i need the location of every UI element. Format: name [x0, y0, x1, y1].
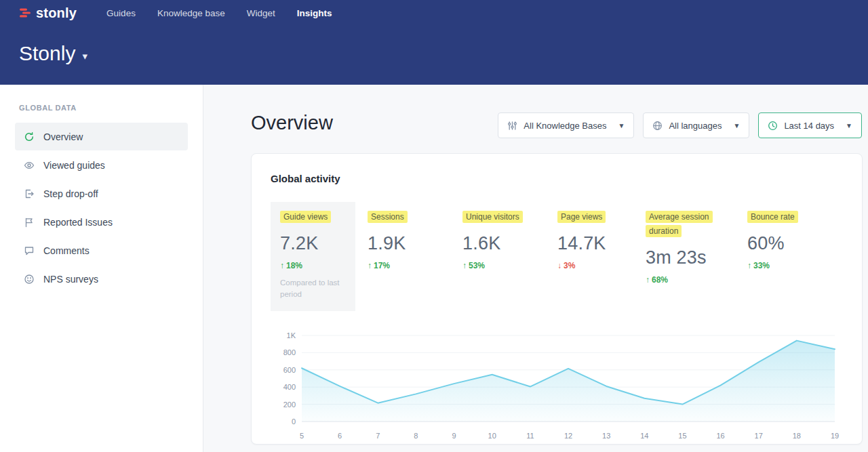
metric-bounce-rate[interactable]: Bounce rate 60% ↑33%: [747, 202, 829, 270]
sidebar-item-label: Reported Issues: [43, 217, 113, 228]
card-title: Global activity: [271, 173, 842, 184]
sidebar-section-label: GLOBAL DATA: [19, 104, 188, 112]
metric-value: 3m 23s: [646, 247, 747, 268]
svg-text:600: 600: [283, 366, 296, 374]
sidebar-item-overview[interactable]: Overview: [15, 123, 188, 150]
chevron-down-icon: ▾: [82, 50, 87, 62]
arrow-up-icon: ↑: [747, 261, 751, 270]
arrow-up-icon: ↑: [280, 261, 284, 270]
svg-text:14: 14: [640, 432, 648, 440]
metric-value: 1.9K: [368, 233, 462, 254]
metric-page-views[interactable]: Page views 14.7K ↓3%: [557, 202, 646, 270]
language-filter[interactable]: All languages ▼: [643, 112, 749, 138]
svg-text:17: 17: [755, 432, 763, 440]
sidebar-item-reported-issues[interactable]: Reported Issues: [15, 208, 188, 236]
date-range-filter-value: Last 14 days: [784, 121, 834, 131]
arrow-up-icon: ↑: [368, 261, 372, 270]
activity-chart: 02004006008001K5678910111213141516171819: [271, 327, 842, 444]
metric-label: Bounce rate: [747, 211, 798, 223]
svg-text:12: 12: [564, 432, 572, 440]
metric-label: Sessions: [368, 211, 408, 223]
metric-label: Guide views: [280, 211, 331, 223]
sidebar-item-label: Comments: [43, 245, 90, 256]
smiley-icon: [23, 273, 35, 285]
sidebar-item-viewed-guides[interactable]: Viewed guides: [15, 151, 188, 179]
top-nav: stonly Guides Knowledge base Widget Insi…: [0, 0, 868, 26]
metric-change: ↑33%: [747, 261, 829, 270]
overview-refresh-icon: [23, 131, 35, 142]
metric-value: 14.7K: [557, 233, 646, 254]
sliders-icon: [507, 121, 517, 131]
metric-note: Compared to last period: [280, 277, 346, 301]
knowledge-base-filter[interactable]: All Knowledge Bases ▼: [498, 112, 634, 138]
svg-text:13: 13: [602, 432, 610, 440]
global-activity-card: Global activity Guide views 7.2K ↑18% Co…: [251, 153, 863, 445]
svg-text:6: 6: [338, 432, 342, 440]
metric-value: 60%: [747, 233, 829, 254]
arrow-down-icon: ↓: [557, 261, 561, 270]
metric-guide-views[interactable]: Guide views 7.2K ↑18% Compared to last p…: [271, 202, 355, 311]
filter-bar: All Knowledge Bases ▼ All languages ▼ La…: [498, 112, 862, 138]
metric-change: ↑17%: [368, 261, 462, 270]
page-title: Overview: [251, 112, 333, 134]
sidebar-item-label: Viewed guides: [43, 160, 105, 171]
nav-knowledge-base[interactable]: Knowledge base: [157, 8, 225, 18]
sidebar-item-label: Step drop-off: [43, 188, 98, 199]
sidebar-item-label: NPS surveys: [43, 274, 98, 285]
metric-change: ↓3%: [557, 261, 646, 270]
svg-text:200: 200: [283, 400, 296, 409]
chevron-down-icon: ▼: [846, 122, 852, 129]
top-header: stonly Guides Knowledge base Widget Insi…: [0, 0, 868, 85]
svg-text:18: 18: [793, 432, 801, 440]
svg-text:5: 5: [300, 432, 304, 440]
date-range-filter[interactable]: Last 14 days ▼: [758, 112, 862, 138]
svg-text:15: 15: [678, 432, 686, 440]
nav-widget[interactable]: Widget: [247, 8, 275, 18]
metric-value: 7.2K: [280, 233, 346, 254]
main-content: Overview All Knowledge Bases ▼ All langu…: [204, 85, 868, 452]
sidebar-item-nps-surveys[interactable]: NPS surveys: [15, 265, 188, 293]
svg-text:7: 7: [376, 432, 380, 440]
flag-icon: [23, 216, 35, 228]
metric-unique-visitors[interactable]: Unique visitors 1.6K ↑53%: [462, 202, 557, 270]
chevron-down-icon: ▼: [733, 122, 740, 129]
metric-avg-session-duration[interactable]: Average session duration 3m 23s ↑68%: [646, 202, 747, 285]
sidebar-item-step-drop-off[interactable]: Step drop-off: [15, 180, 188, 207]
globe-icon: [652, 121, 663, 131]
svg-text:1K: 1K: [287, 331, 296, 340]
metric-sessions[interactable]: Sessions 1.9K ↑17%: [368, 202, 462, 270]
workspace-selector[interactable]: Stonly ▾: [19, 42, 87, 65]
nav-guides[interactable]: Guides: [106, 8, 136, 18]
chevron-down-icon: ▼: [618, 122, 625, 129]
svg-text:10: 10: [488, 432, 496, 440]
metric-change: ↑18%: [280, 261, 346, 270]
svg-text:400: 400: [283, 383, 296, 391]
svg-text:8: 8: [414, 432, 418, 440]
svg-text:0: 0: [292, 417, 296, 426]
nav-insights[interactable]: Insights: [297, 8, 332, 18]
metric-change: ↑68%: [646, 275, 747, 285]
arrow-up-icon: ↑: [646, 275, 650, 285]
sidebar-item-comments[interactable]: Comments: [15, 237, 188, 264]
stonly-logo[interactable]: stonly: [19, 5, 77, 21]
eye-icon: [23, 159, 35, 171]
comment-bubble-icon: [23, 245, 35, 256]
workspace-title: Stonly: [19, 42, 75, 65]
clock-icon: [768, 121, 778, 131]
svg-text:19: 19: [831, 432, 839, 440]
svg-text:800: 800: [283, 349, 296, 357]
metric-label: Unique visitors: [462, 211, 523, 223]
metric-value: 1.6K: [462, 233, 557, 254]
knowledge-base-filter-value: All Knowledge Bases: [524, 121, 606, 131]
svg-text:9: 9: [452, 432, 456, 440]
language-filter-value: All languages: [669, 121, 722, 131]
sidebar: GLOBAL DATA Overview Viewed guides Step …: [0, 85, 203, 452]
svg-text:11: 11: [526, 432, 534, 440]
metric-label: Page views: [557, 211, 606, 223]
step-exit-icon: [23, 188, 35, 199]
logo-text: stonly: [36, 5, 77, 21]
metric-label: Average session duration: [646, 211, 713, 237]
svg-text:16: 16: [716, 432, 724, 440]
chart-area: 02004006008001K5678910111213141516171819: [271, 327, 842, 444]
stonly-logo-icon: [19, 7, 31, 19]
